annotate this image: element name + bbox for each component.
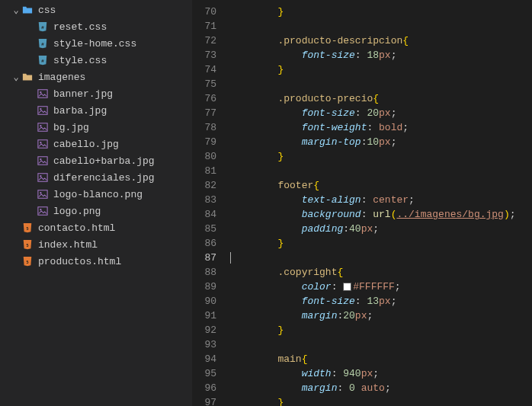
line-number: 97 [192,395,216,406]
line-number: 90 [192,294,216,308]
code-line[interactable]: } [230,5,532,19]
file-banner.jpg[interactable]: banner.jpg [0,85,192,102]
tree-item-label: logo-blanco.png [53,189,143,200]
svg-rect-13 [38,174,47,182]
chevron-down-icon: ⌄ [11,5,21,16]
code-line[interactable]: } [230,236,532,251]
line-number: 95 [192,366,216,381]
code-line[interactable]: margin-top:10px; [230,135,532,149]
img-file-icon [37,205,49,217]
line-number: 89 [192,280,216,294]
svg-rect-11 [38,157,47,165]
file-reset.css[interactable]: #reset.css [0,18,192,35]
code-content[interactable]: } .producto-descripcion{ font-size: 18px… [230,3,532,406]
tree-item-label: index.html [38,239,98,251]
code-line[interactable]: } [230,323,532,337]
img-file-icon [37,138,49,150]
file-cabello+barba.jpg[interactable]: cabello+barba.jpg [0,152,192,169]
code-line[interactable]: .producto-precio{ [230,91,532,106]
line-number: 88 [192,265,216,280]
code-line[interactable]: footer{ [230,178,532,193]
file-cabello.jpg[interactable]: cabello.jpg [0,136,192,152]
css-file-icon: # [37,54,49,66]
svg-rect-3 [38,90,47,98]
img-file-icon [37,88,49,100]
code-line[interactable]: background: url(../imagenes/bg.jpg); [230,207,532,222]
line-number: 71 [192,19,216,34]
code-line[interactable] [230,337,532,352]
folder-css[interactable]: ⌄css [0,2,192,18]
img-file-icon [37,121,49,133]
img-file-icon [37,155,49,167]
line-number: 75 [192,77,216,91]
line-number: 74 [192,62,216,77]
line-number: 93 [192,337,216,352]
tree-item-label: barba.jpg [53,105,107,117]
code-line[interactable]: } [230,62,532,77]
css-file-icon: # [37,37,49,50]
code-line[interactable]: padding:40px; [230,222,532,236]
line-number: 80 [192,149,216,164]
code-line[interactable] [230,77,532,91]
code-area[interactable]: 7071727374757677787980818283848586878889… [192,3,532,406]
code-line[interactable]: .producto-descripcion{ [230,34,532,48]
file-logo-blanco.png[interactable]: logo-blanco.png [0,186,192,203]
code-line[interactable]: text-align: center; [230,193,532,207]
svg-point-4 [40,91,41,93]
file-explorer[interactable]: ⌄css#reset.css#style-home.css#style.css⌄… [0,0,192,406]
code-line[interactable]: color: #FFFFFF; [230,280,532,294]
tree-item-label: diferenciales.jpg [53,172,155,184]
file-bg.jpg[interactable]: bg.jpg [0,119,192,136]
img-file-icon [37,188,49,200]
svg-point-12 [40,158,41,160]
file-style.css[interactable]: #style.css [0,52,192,69]
line-number: 76 [192,91,216,106]
code-line[interactable] [230,164,532,178]
tree-item-label: reset.css [53,21,107,33]
file-productos.html[interactable]: 5productos.html [0,253,192,270]
code-line[interactable]: main{ [230,352,532,366]
line-number: 81 [192,164,216,178]
file-barba.jpg[interactable]: barba.jpg [0,102,192,119]
file-index.html[interactable]: 5index.html [0,236,192,253]
svg-point-10 [40,142,41,143]
file-style-home.css[interactable]: #style-home.css [0,35,192,52]
code-line[interactable]: margin:20px; [230,308,532,323]
code-line[interactable]: width: 940px; [230,366,532,381]
line-number: 83 [192,193,216,207]
code-line[interactable]: } [230,395,532,406]
file-diferenciales.jpg[interactable]: diferenciales.jpg [0,169,192,186]
svg-rect-17 [38,207,47,216]
code-line[interactable]: } [230,149,532,164]
svg-text:#: # [41,41,44,46]
line-number: 85 [192,222,216,236]
color-swatch[interactable] [343,283,351,291]
chevron-down-icon: ⌄ [11,72,21,83]
html-file-icon: 5 [21,255,34,267]
code-line[interactable]: margin: 0 auto; [230,381,532,395]
img-file-icon [37,171,49,184]
code-line[interactable] [230,251,532,265]
tree-item-label: css [38,5,56,16]
code-line[interactable] [230,19,532,34]
line-number: 92 [192,323,216,337]
file-logo.png[interactable]: logo.png [0,203,192,219]
svg-text:5: 5 [27,226,29,231]
code-line[interactable]: font-size: 18px; [230,48,532,62]
code-line[interactable]: .copyright{ [230,265,532,280]
tree-item-label: style-home.css [53,38,136,50]
editor-pane: 7071727374757677787980818283848586878889… [192,0,532,406]
code-line[interactable]: font-weight: bold; [230,120,532,135]
svg-rect-15 [38,190,47,199]
line-gutter: 7071727374757677787980818283848586878889… [192,3,230,406]
line-number: 70 [192,5,216,19]
code-line[interactable]: font-size: 13px; [230,294,532,308]
file-contacto.html[interactable]: 5contacto.html [0,219,192,236]
line-number: 82 [192,178,216,193]
img-file-icon [37,104,49,117]
tree-item-label: cabello.jpg [53,139,119,150]
svg-rect-5 [38,107,47,115]
code-line[interactable]: font-size: 20px; [230,106,532,120]
svg-rect-7 [38,123,47,132]
folder-imagenes[interactable]: ⌄imagenes [0,69,192,85]
